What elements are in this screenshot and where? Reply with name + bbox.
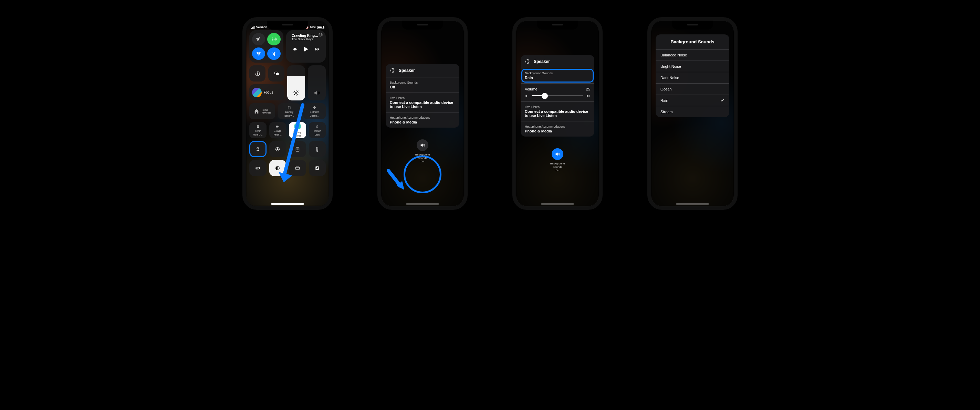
light-icon	[315, 125, 319, 129]
next-button[interactable]	[314, 46, 320, 52]
wallet-button[interactable]	[289, 160, 306, 176]
volume-slider[interactable]	[308, 65, 326, 100]
kitchen-tile[interactable]: KitchenCans	[309, 122, 326, 138]
track-artist: The Black Keys	[289, 38, 323, 41]
temp-badge: 74°	[294, 123, 301, 129]
background-sounds-toggle[interactable]: Background Sounds Off	[415, 139, 430, 163]
play-button[interactable]	[304, 47, 308, 52]
background-sounds-row[interactable]: Background Sounds Rain	[521, 69, 593, 82]
focus-icon	[252, 88, 262, 97]
hearing-sheet: Speaker Background Sounds Off Live Liste…	[386, 64, 459, 128]
bs-toggle-button[interactable]	[417, 139, 428, 151]
option-label: Balanced Noise	[660, 53, 687, 57]
calculator-icon	[295, 147, 300, 152]
apple-tv-remote-button[interactable]	[309, 141, 326, 157]
sound-option[interactable]: Bright Noise	[655, 60, 729, 72]
fan-icon	[312, 106, 317, 110]
sound-option[interactable]: Stream	[655, 106, 729, 117]
sound-option[interactable]: Balanced Noise	[655, 49, 729, 60]
ear-icon	[255, 147, 261, 152]
tile-label: Kitchen	[313, 130, 321, 132]
dark-mode-icon	[275, 165, 280, 171]
headphone-accommodations-row[interactable]: Headphone Accommodations Phone & Media	[521, 121, 594, 136]
airplane-icon	[256, 36, 261, 42]
home-tile[interactable]: HomeFavorites	[249, 103, 275, 119]
output-label: Speaker	[534, 59, 550, 64]
hearing-button[interactable]	[249, 141, 267, 157]
phone-hearing-off: Speaker Background Sounds Off Live Liste…	[377, 17, 468, 210]
ll-row-value: Connect a compatible audio device to use…	[390, 100, 455, 109]
bluetooth-icon	[271, 51, 277, 56]
bs-toggle-button[interactable]	[552, 148, 563, 160]
option-label: Stream	[660, 110, 673, 114]
connectivity-panel[interactable]	[249, 30, 283, 63]
quick-note-button[interactable]	[309, 160, 326, 176]
now-playing-panel[interactable]: Crawling King… The Black Keys	[286, 30, 326, 63]
previous-button[interactable]	[292, 46, 298, 52]
live-listen-row[interactable]: Live Listen Connect a compatible audio d…	[521, 101, 594, 121]
phone-hearing-on: Speaker Background Sounds Rain Volume 25	[512, 17, 603, 210]
check-icon	[721, 98, 724, 103]
bedroom-tile[interactable]: BedroomCeiling…	[303, 103, 326, 119]
calculator-button[interactable]	[289, 141, 306, 157]
option-label: Ocean	[660, 87, 671, 91]
focus-button[interactable]: Focus	[249, 84, 285, 100]
carrier-label: Verizon	[256, 25, 267, 29]
rotation-lock-icon	[255, 71, 260, 76]
notch	[672, 21, 713, 30]
bluetooth-button[interactable]	[267, 47, 280, 60]
volume-thumb[interactable]	[542, 93, 548, 99]
speaker-low-icon	[525, 94, 529, 98]
remote-icon	[314, 147, 320, 152]
tile-sublabel: ecobee	[294, 135, 301, 137]
tile-label: Home	[262, 109, 271, 111]
sound-option[interactable]: Ocean	[655, 83, 729, 95]
phone-control-center: Verizon ⏰ 69% Crawling King…	[242, 17, 332, 210]
option-label: Rain	[660, 98, 668, 103]
garage-tile[interactable]: …ragePerch…	[269, 122, 286, 138]
notch	[402, 21, 443, 30]
wifi-button[interactable]	[252, 47, 265, 60]
sound-option[interactable]: Dark Noise	[655, 72, 729, 83]
low-power-icon	[255, 165, 261, 171]
dark-mode-button[interactable]	[269, 160, 286, 176]
volume-label: Volume	[525, 87, 538, 91]
signal-bars-icon	[251, 26, 255, 29]
speaker-icon	[420, 142, 425, 148]
background-sounds-toggle[interactable]: Background Sounds On	[550, 148, 565, 173]
ecobee-tile[interactable]: 74° Hallwayecobee	[289, 122, 306, 138]
orientation-lock-button[interactable]	[249, 65, 266, 82]
live-listen-row[interactable]: Live Listen Connect a compatible audio d…	[386, 92, 459, 112]
tile-label: Foyer	[255, 130, 261, 132]
background-sounds-row[interactable]: Background Sounds Off	[386, 77, 459, 92]
brightness-slider[interactable]	[287, 65, 305, 100]
headphone-accommodations-row[interactable]: Headphone Accommodations Phone & Media	[386, 112, 459, 128]
foyer-tile[interactable]: FoyerFront D…	[249, 122, 267, 138]
padlock-icon	[256, 125, 260, 129]
laundry-tile[interactable]: LaundryBattery…	[278, 103, 300, 119]
low-power-button[interactable]	[249, 160, 267, 176]
airplay-icon[interactable]	[318, 32, 323, 37]
ha-row-value: Phone & Media	[390, 120, 455, 124]
screen-record-button[interactable]	[269, 141, 286, 157]
tile-label: Bedroom	[310, 111, 319, 113]
airplane-mode-button[interactable]	[252, 33, 265, 45]
sound-list-sheet: Background Sounds Balanced NoiseBright N…	[655, 35, 729, 117]
output-row[interactable]: Speaker	[386, 64, 459, 77]
wallet-icon	[295, 165, 300, 171]
sound-option[interactable]: Rain	[655, 95, 729, 106]
screen-mirroring-button[interactable]	[268, 65, 285, 82]
battery-icon	[317, 26, 324, 29]
tile-sublabel: Perch…	[274, 133, 282, 136]
bs-toggle-label: Background Sounds	[415, 153, 430, 160]
notch	[537, 21, 578, 30]
tile-label: Laundry	[285, 111, 293, 113]
volume-value: 25	[586, 87, 590, 91]
camera-icon	[275, 125, 280, 129]
output-row[interactable]: Speaker	[521, 55, 594, 68]
antenna-icon	[271, 36, 277, 42]
brightness-fill	[287, 76, 305, 100]
battery-pct: 69%	[310, 25, 316, 29]
cellular-data-button[interactable]	[267, 33, 280, 45]
volume-slider[interactable]	[532, 95, 583, 96]
